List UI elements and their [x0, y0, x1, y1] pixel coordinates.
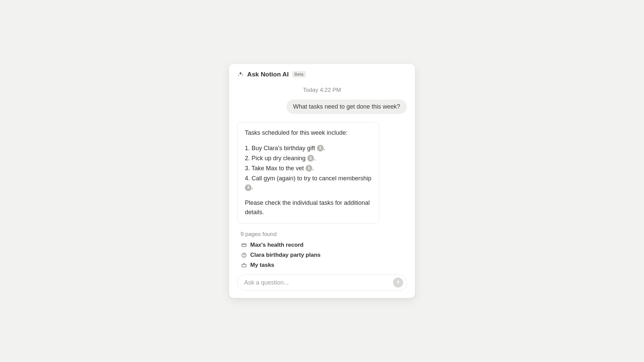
pages-list: Max's health record Clara birthday party… [237, 242, 407, 268]
ask-ai-panel: Ask Notion AI Beta Today 4:22 PM What ta… [229, 64, 415, 298]
pages-found-label: 9 pages found [237, 231, 407, 238]
reference-badge[interactable]: 3 [245, 184, 252, 191]
page-item-max-health[interactable]: Max's health record [241, 242, 407, 248]
question-input[interactable] [244, 279, 393, 286]
ai-task-item: 3. Take Max to the vet 3. [245, 164, 372, 173]
ai-task-item: 2. Pick up dry cleaning 3. [245, 154, 372, 163]
panel-header: Ask Notion AI Beta [237, 71, 407, 78]
ai-task-list: 1. Buy Clara's birthday gift 3. 2. Pick … [245, 144, 372, 192]
card-icon [241, 242, 247, 248]
beta-badge: Beta [292, 71, 306, 77]
help-icon [241, 252, 247, 258]
arrow-up-icon [396, 280, 400, 286]
panel-title: Ask Notion AI [247, 71, 289, 78]
briefcase-icon [241, 262, 247, 268]
ai-task-item: 4. Call gym (again) to try to cancel mem… [245, 174, 372, 193]
svg-rect-0 [242, 244, 246, 247]
svg-point-3 [244, 256, 244, 256]
reference-badge[interactable]: 3 [306, 165, 312, 172]
user-message: What tasks need to get done this week? [286, 100, 407, 114]
page-item-label: Clara birthday party plans [250, 252, 321, 258]
ai-response-lead: Tasks scheduled for this week include: [245, 128, 372, 138]
page-item-my-tasks[interactable]: My tasks [241, 262, 407, 268]
svg-rect-4 [242, 264, 246, 267]
reference-badge[interactable]: 3 [317, 145, 324, 152]
ai-task-item: 1. Buy Clara's birthday gift 3. [245, 144, 372, 153]
page-item-clara-plans[interactable]: Clara birthday party plans [241, 252, 407, 258]
page-item-label: Max's health record [250, 242, 304, 248]
send-button[interactable] [393, 278, 403, 288]
reference-badge[interactable]: 3 [307, 155, 314, 162]
user-message-row: What tasks need to get done this week? [237, 100, 407, 114]
sparkle-icon [237, 71, 244, 78]
question-input-row [237, 275, 407, 291]
ai-response: Tasks scheduled for this week include: 1… [237, 122, 379, 224]
timestamp: Today 4:22 PM [237, 87, 407, 94]
ai-response-closing: Please check the individual tasks for ad… [245, 198, 372, 217]
page-item-label: My tasks [250, 262, 274, 268]
